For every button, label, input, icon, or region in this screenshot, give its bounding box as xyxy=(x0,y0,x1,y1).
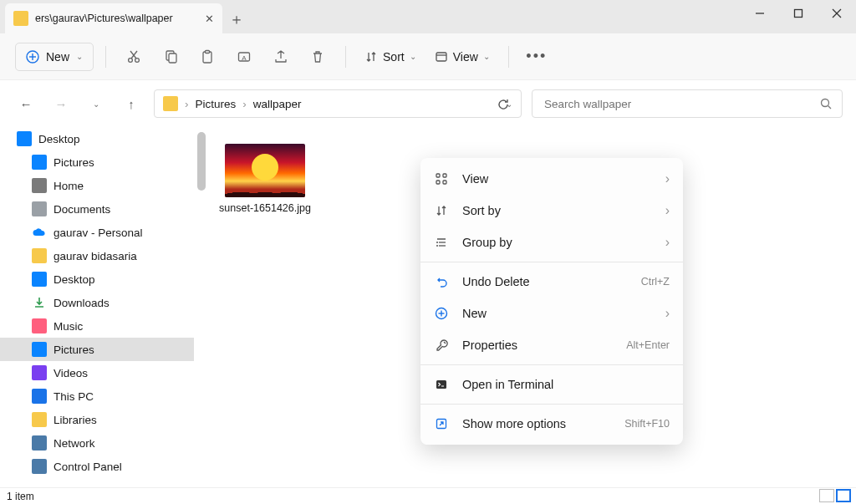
svg-rect-33 xyxy=(436,380,446,389)
menu-item-label: Undo Delete xyxy=(462,275,628,288)
menu-item-open-in-terminal[interactable]: Open in Terminal xyxy=(420,369,683,400)
undo-icon xyxy=(434,275,449,288)
close-window-button[interactable] xyxy=(818,0,856,27)
folder-icon xyxy=(32,248,47,263)
sidebar-item-this-pc[interactable]: This PC xyxy=(0,384,194,408)
svg-point-8 xyxy=(135,58,140,62)
separator xyxy=(508,46,509,68)
menu-shortcut: Alt+Enter xyxy=(626,339,670,351)
svg-rect-1 xyxy=(795,10,802,18)
cpl-icon xyxy=(32,459,47,474)
desktop-icon xyxy=(32,272,47,287)
separator xyxy=(345,46,346,68)
file-name: sunset-1651426.jpg xyxy=(219,202,311,214)
menu-item-group-by[interactable]: Group by› xyxy=(420,227,683,258)
share-button[interactable] xyxy=(265,41,297,73)
delete-button[interactable] xyxy=(302,41,334,73)
sidebar-item-pictures[interactable]: Pictures xyxy=(0,150,194,174)
sort-icon xyxy=(364,50,378,64)
sidebar-item-libraries[interactable]: Libraries xyxy=(0,408,194,431)
sort-button[interactable]: Sort ⌄ xyxy=(358,41,423,73)
desktop-icon xyxy=(17,131,32,146)
sidebar-item-home[interactable]: Home xyxy=(0,174,194,197)
menu-item-show-more-options[interactable]: Show more optionsShift+F10 xyxy=(420,408,683,440)
close-tab-icon[interactable]: ✕ xyxy=(205,13,214,25)
term-icon xyxy=(434,378,449,391)
svg-rect-23 xyxy=(436,181,440,184)
doc-icon xyxy=(32,201,47,216)
menu-item-new[interactable]: New› xyxy=(420,298,683,329)
sidebar-item-desktop[interactable]: Desktop xyxy=(0,267,194,291)
sidebar-item-label: Libraries xyxy=(54,414,97,426)
paste-button[interactable] xyxy=(191,41,223,73)
svg-rect-21 xyxy=(436,174,440,177)
view-button[interactable]: View ⌄ xyxy=(428,41,497,73)
rename-button[interactable]: A xyxy=(228,41,260,73)
folder-icon xyxy=(163,96,178,111)
maximize-button[interactable] xyxy=(779,0,818,27)
sidebar-item-pictures[interactable]: Pictures xyxy=(0,338,194,361)
new-tab-button[interactable]: ＋ xyxy=(222,5,251,33)
sidebar-item-label: Network xyxy=(54,437,95,450)
forward-button[interactable]: → xyxy=(48,91,74,116)
view-icon xyxy=(435,50,448,64)
prop-icon xyxy=(434,339,449,352)
plus-circle-icon xyxy=(26,50,39,64)
file-item[interactable]: sunset-1651426.jpg xyxy=(219,144,311,214)
window-tab[interactable]: ers\gaurav\Pictures\wallpaper ✕ xyxy=(5,3,222,33)
sidebar-item-label: Pictures xyxy=(54,344,94,356)
menu-separator xyxy=(420,404,683,405)
sidebar-item-videos[interactable]: Videos xyxy=(0,361,194,384)
details-view-toggle[interactable] xyxy=(819,489,834,502)
status-text: 1 item xyxy=(7,491,34,502)
new-button[interactable]: New ⌄ xyxy=(15,43,94,71)
menu-separator xyxy=(420,364,683,365)
breadcrumb[interactable]: wallpaper xyxy=(253,98,302,110)
minimize-button[interactable] xyxy=(741,0,779,27)
sidebar-item-gaurav-bidasaria[interactable]: gaurav bidasaria xyxy=(0,244,194,267)
icons-view-toggle[interactable] xyxy=(836,489,851,502)
sidebar-item-desktop[interactable]: Desktop xyxy=(0,127,194,150)
recent-button[interactable]: ⌄ xyxy=(84,91,109,116)
tab-title: ers\gaurav\Pictures\wallpaper xyxy=(35,13,173,24)
menu-item-sort-by[interactable]: Sort by› xyxy=(420,195,683,227)
sidebar-item-documents[interactable]: Documents xyxy=(0,197,194,221)
sidebar-item-network[interactable]: Network xyxy=(0,431,194,455)
menu-item-undo-delete[interactable]: Undo DeleteCtrl+Z xyxy=(420,266,683,298)
chevron-down-icon: ⌄ xyxy=(410,52,416,61)
cut-button[interactable] xyxy=(118,41,150,73)
menu-item-label: View xyxy=(462,172,652,186)
breadcrumb[interactable]: Pictures xyxy=(196,98,237,110)
breadcrumb-sep: › xyxy=(242,98,247,110)
sort-icon xyxy=(434,204,449,217)
pictures-icon xyxy=(32,342,47,357)
menu-item-label: Properties xyxy=(462,339,613,352)
menu-item-view[interactable]: View› xyxy=(420,163,683,195)
menu-item-label: Show more options xyxy=(462,417,611,430)
sidebar-item-downloads[interactable]: Downloads xyxy=(0,291,194,314)
new-icon xyxy=(434,307,449,320)
download-icon xyxy=(32,295,47,310)
search-input[interactable] xyxy=(543,97,813,111)
search-box[interactable] xyxy=(532,89,843,118)
sidebar-item-label: Videos xyxy=(54,367,88,379)
menu-shortcut: Ctrl+Z xyxy=(641,276,670,288)
sidebar-item-gaurav-personal[interactable]: gaurav - Personal xyxy=(0,221,194,244)
sidebar-item-label: gaurav - Personal xyxy=(54,227,143,239)
context-menu: View›Sort by›Group by›Undo DeleteCtrl+ZN… xyxy=(420,158,683,445)
more-button[interactable]: ••• xyxy=(521,41,553,73)
chevron-right-icon: › xyxy=(665,235,670,250)
svg-line-20 xyxy=(828,106,832,109)
sidebar-item-label: gaurav bidasaria xyxy=(54,250,137,262)
view-icon xyxy=(434,172,449,186)
sidebar-item-music[interactable]: Music xyxy=(0,314,194,338)
refresh-button[interactable] xyxy=(491,91,516,116)
svg-line-9 xyxy=(131,51,137,59)
copy-button[interactable] xyxy=(155,41,186,73)
back-button[interactable]: ← xyxy=(13,91,38,116)
sidebar-item-control-panel[interactable]: Control Panel xyxy=(0,455,194,478)
view-label: View xyxy=(453,50,478,64)
menu-item-properties[interactable]: PropertiesAlt+Enter xyxy=(420,329,683,361)
address-bar[interactable]: › Pictures › wallpaper ⌄ xyxy=(154,89,522,118)
up-button[interactable]: ↑ xyxy=(119,91,144,116)
